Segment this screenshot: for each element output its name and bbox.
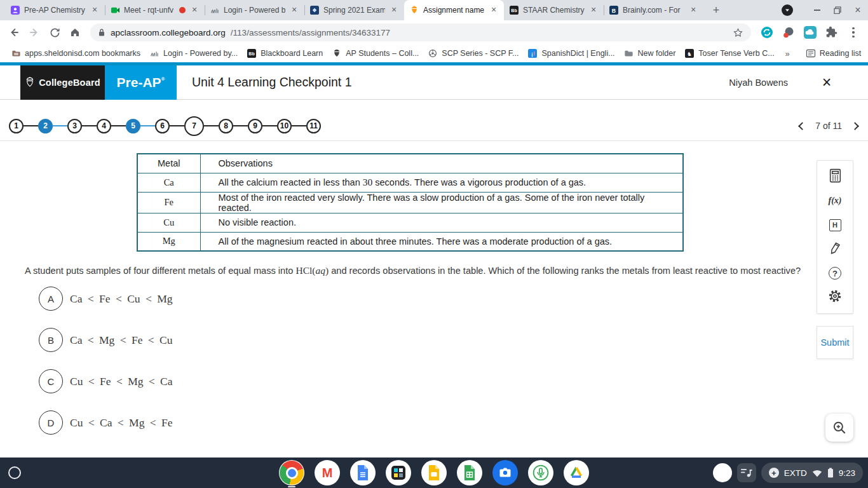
question-9[interactable]: 9 [248,119,262,133]
calculator-tool-button[interactable] [824,166,846,187]
extensions-button[interactable] [822,23,841,42]
tab-close-icon[interactable]: × [189,5,200,15]
tool-rail: f(x)H? [817,160,853,314]
bookmark-scp-series-scp-f[interactable]: SCP Series - SCP F... [423,46,523,60]
reading-list-button[interactable]: Reading list [801,46,865,60]
shelf-app-camera[interactable] [492,460,518,485]
drive-icon [569,466,584,480]
option-b-radio[interactable]: B [39,328,63,352]
help-tool-button[interactable]: ? [824,262,846,284]
shelf-app-slides[interactable] [421,460,447,485]
option-a-radio[interactable]: A [39,287,63,311]
tab-staar-chemistry[interactable]: BbSTAAR Chemistry× [504,0,604,20]
question-link-2-3 [53,125,67,126]
bookmark-ap-students-coll[interactable]: AP Students – Coll... [327,46,423,60]
bookmark-login-powered-by[interactable]: Login - Powered by... [145,46,242,60]
option-c-radio[interactable]: C [39,369,63,393]
previous-question-button[interactable] [798,122,806,130]
tab-brainly-com-for[interactable]: BBrainly.com - For× [604,0,703,20]
observation-cell: Most of the iron reacted very slowly. Th… [200,192,683,213]
status-area[interactable]: + EXTD 9:23 [761,463,863,483]
shelf-app-chrome[interactable] [279,460,304,485]
periodic-table-tool-button[interactable]: H [824,214,846,236]
question-3[interactable]: 3 [67,119,82,133]
tab-meet-rqt-unfv[interactable]: Meet - rqt-unfv× [105,0,205,20]
tab-close-icon[interactable]: × [588,5,599,15]
forward-button[interactable] [25,24,43,41]
folder-icon [624,48,634,58]
address-bar[interactable]: apclassroom.collegeboard.org/113/assessm… [90,24,751,41]
browser-toolbar: apclassroom.collegeboard.org/113/assessm… [0,20,868,44]
calculator-icon [827,168,843,186]
extension-ink-button[interactable] [779,23,798,42]
extension-sync-button[interactable] [757,23,776,42]
shelf-app-sheets[interactable] [457,460,482,485]
screen: Pre-AP Chemistry×Meet - rqt-unfv×Login -… [0,0,868,488]
bookmark-spanishdict-engli[interactable]: ¡!SpanishDict | Engli... [523,46,619,60]
svg-text:Bb: Bb [511,8,517,13]
option-d-radio[interactable]: D [39,410,63,435]
table-header-metal: Metal [137,154,200,173]
bookmark-star-button[interactable] [733,27,743,38]
tab-close-icon[interactable]: × [389,5,399,15]
shelf-app-recorder[interactable] [528,460,553,485]
new-tab-button[interactable]: + [707,1,725,19]
question-6[interactable]: 6 [155,119,170,133]
spanishdict-icon: ¡! [527,48,538,58]
tab-close-icon[interactable]: × [289,5,299,15]
browser-menu-button[interactable] [844,23,863,42]
tab-login-powered-b[interactable]: Login - Powered b× [205,0,304,20]
submit-button[interactable]: Submit [820,337,849,348]
restore-button[interactable] [827,0,848,20]
bookmark-apps-sheldonisd-com-bookmarks[interactable]: apps.sheldonisd.com bookmarks [6,46,145,60]
pen-tool-button[interactable] [824,238,846,260]
question-10[interactable]: 10 [277,119,292,133]
tab-pre-ap-chemistry[interactable]: Pre-AP Chemistry× [5,0,105,20]
tab-spring-2021-exam[interactable]: Spring 2021 Exam× [304,0,404,20]
question-4[interactable]: 4 [97,119,111,133]
function-tool-button[interactable]: f(x) [824,190,846,212]
registered-mark: ® [161,76,165,82]
acorn-icon [409,5,419,15]
question-1[interactable]: 1 [9,119,24,133]
reload-icon [50,27,60,38]
zoom-button[interactable] [825,414,853,442]
tab-close-icon[interactable]: × [489,5,499,15]
blackboard-icon: Bb [509,5,519,15]
media-controls-button[interactable] [737,463,756,482]
tab-title: Meet - rqt-unfv [124,6,175,15]
question-5[interactable]: 5 [126,119,140,133]
metal-cell: Mg [137,232,200,251]
bookmark-new-folder[interactable]: New folder [620,46,681,60]
shelf-app-capture[interactable] [386,460,411,485]
notification-bubble[interactable] [713,463,732,482]
tab-close-icon[interactable]: × [688,5,698,15]
tab-title: Login - Powered b [224,6,285,15]
tab-assignment-name[interactable]: Assignment name× [404,0,504,20]
answer-option-a: ACa < Fe < Cu < Mg [39,287,173,311]
tab-close-icon[interactable]: × [90,5,100,15]
home-button[interactable] [66,24,84,41]
extension-cloud-button[interactable] [801,23,820,42]
browser-profile-button[interactable] [782,4,793,16]
question-8[interactable]: 8 [219,119,233,133]
gmail-icon: M [322,466,333,480]
minimize-button[interactable] [807,0,827,20]
close-assessment-button[interactable]: × [817,73,836,92]
question-2[interactable]: 2 [38,119,53,133]
bookmarks-overflow-button[interactable]: » [779,49,796,58]
network-badge: EXTD [784,468,807,478]
wifi-icon [812,469,822,477]
question-11[interactable]: 11 [306,119,321,133]
close-window-button[interactable]: × [848,0,868,20]
shelf-app-drive[interactable] [564,460,589,485]
bookmark-toser-tense-verb-c[interactable]: ♞Toser Tense Verb C... [680,46,778,60]
shelf-app-gmail[interactable]: M [315,460,340,485]
shelf-app-docs[interactable] [350,460,376,485]
bookmark-blackboard-learn[interactable]: BbBlackboard Learn [242,46,327,60]
question-7-current[interactable]: 7 [184,116,204,136]
reload-button[interactable] [46,24,64,41]
settings-tool-button[interactable] [824,287,846,308]
back-button[interactable] [5,24,23,41]
next-question-button[interactable] [851,122,859,130]
